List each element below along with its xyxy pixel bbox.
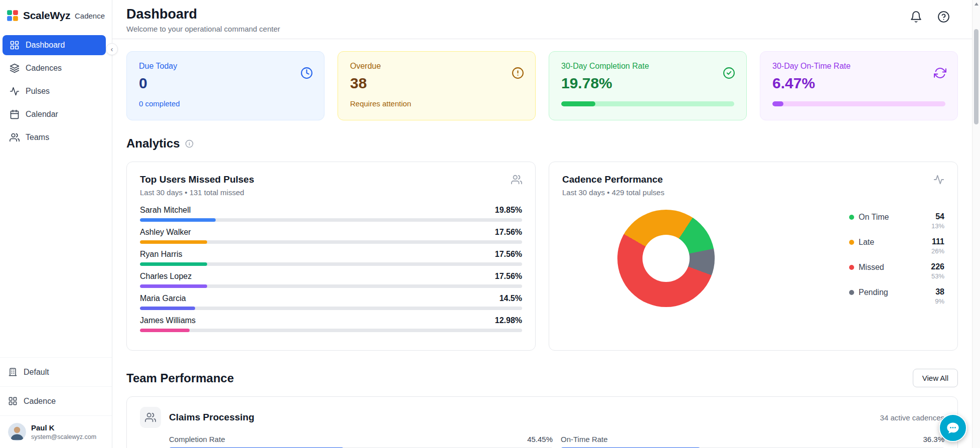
metric-label: On-Time Rate bbox=[561, 435, 608, 443]
ontime-rate-metric: On-Time Rate 36.3% bbox=[561, 435, 944, 448]
stat-value: 0 bbox=[139, 75, 312, 92]
stat-label: 30-Day Completion Rate bbox=[561, 62, 734, 71]
info-icon[interactable] bbox=[185, 139, 194, 148]
progress-fill bbox=[772, 101, 783, 106]
user-name: James Williams bbox=[140, 316, 196, 325]
sidebar-item-teams[interactable]: Teams bbox=[3, 127, 106, 147]
progress-fill bbox=[561, 101, 595, 106]
team-row-claims-processing[interactable]: Claims Processing 34 active cadences Com… bbox=[127, 397, 957, 448]
progress-track bbox=[561, 101, 734, 106]
scroll-up-arrow-icon[interactable] bbox=[974, 3, 978, 6]
help-icon[interactable] bbox=[937, 11, 950, 23]
sidebar-item-label: Teams bbox=[26, 133, 49, 142]
legend-item: Pending 38 9% bbox=[849, 287, 944, 305]
view-all-button[interactable]: View All bbox=[913, 369, 958, 387]
user-row: Ashley Walker 17.56% bbox=[140, 228, 522, 250]
bar-fill bbox=[140, 240, 207, 244]
sidebar-item-label: Cadences bbox=[26, 64, 62, 73]
sidebar-nav: Dashboard Cadences Pulses Calendar Teams bbox=[0, 35, 112, 147]
chat-widget-button[interactable] bbox=[939, 414, 967, 442]
stat-value: 6.47% bbox=[772, 75, 945, 92]
stats-row: Due Today 0 0 completed Overdue 38 Requi… bbox=[126, 51, 958, 120]
sidebar-item-calendar[interactable]: Calendar bbox=[3, 104, 106, 124]
check-circle-icon bbox=[723, 67, 735, 79]
user-row: Charles Lopez 17.56% bbox=[140, 272, 522, 294]
team-users-icon bbox=[140, 407, 161, 428]
bar-track bbox=[140, 329, 522, 332]
team-performance-heading: Team Performance bbox=[126, 371, 234, 385]
clock-icon bbox=[300, 67, 313, 79]
legend-dot bbox=[849, 215, 854, 220]
app-label: Cadence bbox=[24, 397, 56, 406]
sidebar-item-dashboard[interactable]: Dashboard bbox=[3, 35, 106, 55]
sidebar-bottom: Default Cadence Paul K system@scalewyz.c… bbox=[0, 357, 112, 448]
sidebar-item-cadences[interactable]: Cadences bbox=[3, 58, 106, 78]
stat-value: 38 bbox=[350, 75, 523, 92]
legend-percent: 9% bbox=[935, 297, 944, 305]
legend-count: 54 bbox=[931, 212, 944, 221]
legend-item: Missed 226 53% bbox=[849, 262, 944, 280]
avatar bbox=[8, 423, 26, 441]
bar-fill bbox=[140, 262, 207, 266]
profile-name: Paul K bbox=[31, 423, 96, 432]
cadence-body: On Time 54 13% Late 111 26% bbox=[562, 210, 944, 307]
vertical-scrollbar[interactable] bbox=[972, 0, 980, 448]
user-name: Maria Garcia bbox=[140, 294, 186, 303]
users-icon bbox=[511, 174, 522, 185]
sidebar: ScaleWyz Cadence ‹ Dashboard Cadences Pu… bbox=[0, 0, 112, 448]
legend-dot bbox=[849, 265, 854, 270]
refresh-icon bbox=[934, 67, 946, 79]
user-name: Charles Lopez bbox=[140, 272, 192, 281]
legend-count: 38 bbox=[935, 287, 944, 296]
brand: ScaleWyz Cadence bbox=[0, 0, 112, 31]
completion-rate-metric: Completion Rate 45.45% bbox=[169, 435, 553, 448]
app-selector-cadence[interactable]: Cadence bbox=[0, 387, 112, 415]
legend-item: Late 111 26% bbox=[849, 237, 944, 255]
user-value: 12.98% bbox=[495, 316, 522, 325]
cadence-donut bbox=[617, 210, 715, 307]
user-value: 17.56% bbox=[495, 228, 522, 237]
user-profile[interactable]: Paul K system@scalewyz.com bbox=[0, 416, 112, 448]
stat-card-ontime-rate: 30-Day On-Time Rate 6.47% bbox=[760, 51, 958, 120]
pulse-activity-icon bbox=[10, 86, 20, 96]
alert-circle-icon bbox=[512, 67, 524, 79]
user-name: Ryan Harris bbox=[140, 250, 182, 259]
user-row: James Williams 12.98% bbox=[140, 316, 522, 338]
workspace-selector-default[interactable]: Default bbox=[0, 358, 112, 386]
legend-label: Late bbox=[859, 238, 874, 247]
user-name: Ashley Walker bbox=[140, 228, 191, 237]
bar-track bbox=[140, 284, 522, 288]
stat-subtext: Requires attention bbox=[350, 99, 523, 108]
bell-icon[interactable] bbox=[910, 11, 922, 23]
legend-count: 111 bbox=[931, 237, 944, 246]
scrollbar-thumb[interactable] bbox=[974, 29, 978, 124]
profile-email: system@scalewyz.com bbox=[31, 433, 96, 440]
activity-icon bbox=[933, 174, 944, 185]
metric-value: 45.45% bbox=[527, 435, 553, 443]
calendar-icon bbox=[10, 109, 20, 119]
brand-product-label: Cadence bbox=[75, 12, 105, 20]
legend-percent: 26% bbox=[931, 247, 944, 255]
sidebar-collapse-button[interactable]: ‹ bbox=[106, 43, 118, 55]
stat-value: 19.78% bbox=[561, 75, 734, 92]
legend-count: 226 bbox=[931, 262, 944, 271]
legend-label: On Time bbox=[859, 213, 889, 222]
user-value: 17.56% bbox=[495, 250, 522, 259]
top-users-card: Top Users Missed Pulses Last 30 days • 1… bbox=[126, 162, 536, 351]
bar-track bbox=[140, 262, 522, 266]
user-rows: Sarah Mitchell 19.85% Ashley Walker 17.5… bbox=[140, 206, 522, 338]
scalewyz-logo-icon bbox=[6, 9, 19, 22]
sidebar-item-pulses[interactable]: Pulses bbox=[3, 81, 106, 101]
legend-label: Pending bbox=[859, 288, 888, 297]
chat-bubble-icon bbox=[946, 421, 960, 435]
card-subtitle: Last 30 days • 131 total missed bbox=[140, 188, 254, 197]
team-name: Claims Processing bbox=[169, 412, 254, 423]
bar-track bbox=[140, 307, 522, 310]
bar-fill bbox=[140, 329, 190, 332]
stat-label: Overdue bbox=[350, 62, 523, 71]
grid-icon bbox=[8, 396, 18, 406]
team-active-cadences: 34 active cadences bbox=[880, 413, 944, 422]
progress-track bbox=[772, 101, 945, 106]
team-performance-head: Team Performance View All bbox=[126, 369, 958, 387]
analytics-heading: Analytics bbox=[126, 136, 180, 151]
